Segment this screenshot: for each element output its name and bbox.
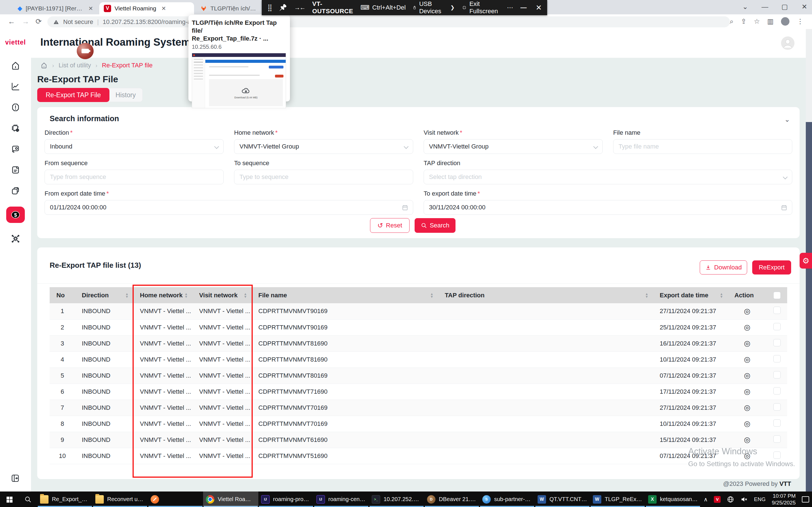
sort-icon[interactable]: ▲ ▼ xyxy=(125,292,129,298)
user-avatar[interactable] xyxy=(780,36,795,52)
view-icon[interactable]: ◎ xyxy=(744,436,751,444)
tap-direction-select[interactable]: Select tap direction xyxy=(424,170,792,184)
taskbar-item[interactable]: W QT.VTT.CNTT.01... xyxy=(535,492,590,507)
visit-network-select[interactable]: VNMVT-Viettel Group xyxy=(424,139,603,154)
reset-button[interactable]: ↺ Reset xyxy=(370,218,410,233)
close-icon[interactable]: ✕ xyxy=(161,5,166,12)
taskbar-item[interactable]: W TLGP_ReExport_T... xyxy=(590,492,645,507)
chart-icon[interactable] xyxy=(10,81,20,92)
clock[interactable]: 10:07 PM9/25/2025 xyxy=(772,493,796,506)
forward-icon[interactable]: → xyxy=(22,17,29,26)
alert-icon[interactable] xyxy=(10,102,20,112)
zoom-icon[interactable]: ⌕ xyxy=(730,17,733,25)
row-checkbox[interactable] xyxy=(773,306,781,314)
taskbar-item[interactable]: IJ roaming-center ... xyxy=(314,492,369,507)
row-checkbox[interactable] xyxy=(773,436,781,443)
view-icon[interactable]: ◎ xyxy=(744,323,751,331)
minimize-icon[interactable]: — xyxy=(761,3,769,11)
column-header[interactable]: TAP direction ▲ ▼ xyxy=(438,287,653,303)
viettel-tray-icon[interactable]: V xyxy=(714,496,721,503)
drag-handle-icon[interactable]: ⣿ xyxy=(267,4,272,11)
sidebar-collapse-icon[interactable] xyxy=(10,473,20,484)
home-icon[interactable] xyxy=(40,62,48,69)
view-icon[interactable]: ◎ xyxy=(744,307,751,315)
sort-icon[interactable]: ▲ ▼ xyxy=(185,292,188,298)
sort-icon[interactable]: ▲ ▼ xyxy=(645,292,648,298)
tab-jira[interactable]: ◆ [PAYBI-11971] [Rerating][Tìm kiế ✕ xyxy=(13,2,98,14)
document-icon[interactable] xyxy=(10,165,20,175)
reexport-button[interactable]: ReExport xyxy=(752,261,791,275)
ctrl-alt-del-button[interactable]: ⌨ Ctrl+Alt+Del xyxy=(360,4,406,11)
taskbar-item[interactable]: X ketquasosanh.xls... xyxy=(645,492,701,507)
taskbar-item[interactable]: S sub-partner-for... xyxy=(479,492,535,507)
taskbar-item[interactable] xyxy=(148,492,203,507)
taskbar-item[interactable]: Viettel Roaming ... xyxy=(203,492,258,507)
files-icon[interactable] xyxy=(10,186,20,196)
to-sequence-input[interactable] xyxy=(240,173,408,181)
to-export-datetime[interactable]: 30/11/2024 00:00:00 xyxy=(424,200,792,215)
row-checkbox[interactable] xyxy=(773,419,781,427)
view-icon[interactable]: ◎ xyxy=(744,419,751,428)
download-button[interactable]: Download xyxy=(700,261,747,275)
profile-avatar[interactable] xyxy=(781,17,790,25)
column-header[interactable]: Home network ▲ ▼ xyxy=(133,287,192,303)
finance-icon[interactable]: $ xyxy=(6,207,25,223)
tab-history[interactable]: History xyxy=(107,88,143,102)
row-checkbox[interactable] xyxy=(773,339,781,346)
breadcrumb-list-of-utility[interactable]: List of utility xyxy=(59,62,91,69)
download-popup[interactable]: TLGP/Tiện ích/Re Export Tap file/ Re_Exp… xyxy=(189,15,290,102)
tab-viettel-roaming[interactable]: V Viettel Roaming ✕ xyxy=(99,2,194,14)
taskbar-item[interactable]: Reconvert updat... xyxy=(93,492,148,507)
column-header[interactable]: Direction ▲ ▼ xyxy=(75,287,133,303)
more-icon[interactable]: ⋯ xyxy=(507,4,513,11)
view-icon[interactable]: ◎ xyxy=(744,355,751,363)
from-sequence-input[interactable] xyxy=(50,173,218,181)
column-header[interactable]: ▲ ▼ xyxy=(767,287,787,303)
address-bar[interactable]: Not secure | 10.207.252.135:8200/roaming… xyxy=(47,16,730,27)
row-checkbox[interactable] xyxy=(773,371,781,379)
home-network-select[interactable]: VNMVT-Viettel Group xyxy=(234,139,413,154)
tab-reexport-tap-file[interactable]: Re-Export TAP File xyxy=(37,88,109,102)
tray-expand-icon[interactable]: ∧ xyxy=(704,496,708,503)
back-icon[interactable]: ← xyxy=(8,17,15,26)
sort-icon[interactable]: ▲ ▼ xyxy=(244,292,247,298)
taskbar-item[interactable]: >_ 10.207.252.126 ([... xyxy=(369,492,424,507)
home-icon[interactable] xyxy=(10,61,20,71)
select-all-checkbox[interactable] xyxy=(773,292,781,299)
network-globe-icon[interactable] xyxy=(727,496,734,503)
column-header[interactable]: File name ▲ ▼ xyxy=(252,287,438,303)
column-header[interactable]: Action ▲ ▼ xyxy=(728,287,767,303)
column-header[interactable]: Visit network ▲ ▼ xyxy=(192,287,252,303)
view-icon[interactable]: ◎ xyxy=(744,387,751,396)
monitor-icon[interactable] xyxy=(10,144,20,154)
view-icon[interactable]: ◎ xyxy=(744,371,751,380)
row-checkbox[interactable] xyxy=(773,355,781,362)
scrollbar-thumb[interactable] xyxy=(806,122,812,507)
direction-select[interactable]: Inbound xyxy=(45,139,224,154)
start-button[interactable] xyxy=(0,492,18,507)
menu-icon[interactable]: ⋮ xyxy=(797,17,804,25)
row-checkbox[interactable] xyxy=(773,403,781,411)
network-icon[interactable] xyxy=(10,234,20,244)
share-icon[interactable]: ⇪ xyxy=(741,17,747,25)
chevron-up-icon[interactable]: ⌄ xyxy=(784,116,790,123)
usb-devices-button[interactable]: USB Devices xyxy=(413,0,443,15)
taskbar-item[interactable]: Re_Export_Tap_file xyxy=(37,492,93,507)
language-indicator[interactable]: ENG xyxy=(754,496,765,503)
bookmark-icon[interactable]: ☆ xyxy=(754,17,760,25)
row-checkbox[interactable] xyxy=(773,387,781,395)
row-checkbox[interactable] xyxy=(773,323,781,330)
close-icon[interactable]: ✕ xyxy=(536,3,542,12)
close-icon[interactable]: ✕ xyxy=(800,3,809,11)
camera-bubble-icon[interactable] xyxy=(77,43,94,59)
search-button[interactable]: Search xyxy=(415,218,456,233)
chip-icon[interactable] xyxy=(10,123,20,133)
maximize-icon[interactable]: ▢ xyxy=(780,3,789,11)
taskbar-item[interactable]: D DBeaver 21.0.0 - ... xyxy=(424,492,479,507)
tab-gitlab[interactable]: TLGP/Tiện ích/Re Export Tap xyxy=(196,2,263,14)
minimize-icon[interactable]: — xyxy=(520,4,526,11)
sort-icon[interactable]: ▲ ▼ xyxy=(430,292,434,298)
volume-muted-icon[interactable] xyxy=(740,496,748,503)
notification-center-icon[interactable] xyxy=(802,496,809,503)
exit-fullscreen-button[interactable]: Exit Fullscreen xyxy=(462,0,500,15)
